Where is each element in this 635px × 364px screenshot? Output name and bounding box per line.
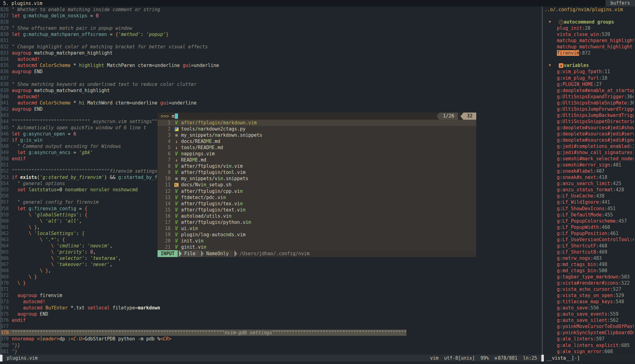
file-list-item[interactable]: 20Vinit.vim xyxy=(158,238,476,244)
file-list-item[interactable]: 7↓README.md xyxy=(158,157,476,163)
code-line[interactable]: 869 \ } xyxy=(0,274,542,280)
vista-tag-item[interactable]: g:deoplete#sources#jedi#server_timeout:3… xyxy=(543,131,634,137)
code-line[interactable]: 874 autocmd BufEnter *.txt setlocal file… xyxy=(0,305,542,311)
code-line[interactable]: 871 xyxy=(0,286,542,292)
code-line[interactable]: 836augroup END xyxy=(0,69,542,75)
vista-tag-item[interactable]: g:titlecase_map_keys:548 xyxy=(543,299,634,305)
vista-tag-item[interactable]: plug_init:20 xyxy=(543,25,634,31)
vista-tag-item[interactable]: g:Lf_PopupPosition:461 xyxy=(543,230,634,237)
code-line[interactable]: 832" Change highlight color of matching … xyxy=(0,44,542,50)
vista-tag-item[interactable]: g:Lf_PopupWidth:460 xyxy=(543,224,634,230)
code-line[interactable]: 879nnoremap <leader>dp :<C-U>GdbStartPDB… xyxy=(0,336,542,342)
vista-tag-item[interactable]: g:Lf_ShortcutB:469 xyxy=(543,249,634,255)
file-list-item[interactable]: 8Vafter/ftplugin/vim.vim xyxy=(158,163,476,169)
file-list-item[interactable]: 10≡my_snippets/vim.snippets xyxy=(158,175,476,182)
code-line[interactable]: 835 autocmd ColorScheme * highlight Matc… xyxy=(0,62,542,69)
code-line[interactable]: 875 augroup END xyxy=(0,311,542,317)
code-line[interactable]: 872 augroup firenvim xyxy=(0,292,542,299)
vista-tag-item[interactable]: g:deoplete#sources#jedi#ignore_errors:38… xyxy=(543,137,634,143)
file-list-item[interactable]: 16Vautoload/utils.vim xyxy=(158,213,476,219)
file-list-item[interactable]: 4↓docs/README.md xyxy=(158,138,476,144)
vista-tag-item[interactable]: g:yoinkSyncSystemClipboardOnFocus:580 xyxy=(543,330,634,336)
vista-tag-item[interactable]: g:Lf_UseVersionControlTool:464 xyxy=(543,237,634,243)
code-line[interactable]: 834 autocmd! xyxy=(0,56,542,62)
code-line[interactable]: 877 xyxy=(0,323,542,330)
vista-tag-item[interactable]: g:jedi#show_call_signatures:391 xyxy=(543,149,634,156)
vista-tag-item[interactable]: g:ale_linters:597 xyxy=(543,336,634,342)
vista-tag-item[interactable]: g:sneak#label:407 xyxy=(543,168,634,174)
vista-tag-item[interactable]: g:vista_echo_cursor:527 xyxy=(543,286,634,292)
vista-tag-item[interactable]: g:jedi#completions_enabled:387 xyxy=(543,143,634,149)
code-line[interactable]: 878"""""""""""""""""""""""""""""""""""""… xyxy=(0,330,542,336)
vista-tag-item[interactable]: g:tagbar_type_markdown:503 xyxy=(543,274,634,280)
code-line[interactable]: 870 \ } xyxy=(0,280,542,286)
leaderf-prompt-row[interactable]: >>> m 1/26 32 xyxy=(158,113,476,120)
vista-tag-item[interactable]: g:md_ctags_bin:498 xyxy=(543,261,634,268)
code-line[interactable]: 830let g:matchup_matchparen_offscreen = … xyxy=(0,31,542,38)
file-list-item[interactable]: 2tools/markdown2ctags.py xyxy=(158,126,476,132)
code-line[interactable]: 833augroup matchup_matchparen_highlight xyxy=(0,50,542,56)
code-line[interactable]: 837 xyxy=(0,75,542,81)
code-line[interactable]: 842augroup END xyxy=(0,106,542,112)
vista-tag-item[interactable]: g:auto_save_silent:562 xyxy=(543,317,634,323)
vista-tag-item[interactable]: matchup_matchword_highlight:839 xyxy=(543,44,634,50)
code-line[interactable]: 826" Whether to enable matching inside c… xyxy=(0,7,542,13)
file-list-item[interactable]: 1Vafter/ftplugin/markdown.vim xyxy=(158,120,476,126)
vista-tag-item[interactable]: g:vim_plug_furl:18 xyxy=(543,75,634,81)
command-line[interactable] xyxy=(0,362,635,364)
file-list-item[interactable]: 17Vafter/ftplugin/python.vim xyxy=(158,219,476,225)
code-line[interactable]: 829" Show offscreen match pair in popup … xyxy=(0,25,542,31)
code-line[interactable]: 828 xyxy=(0,19,542,25)
code-line[interactable]: 839augroup matchup_matchword_highlight xyxy=(0,87,542,94)
vista-tag-item[interactable]: g:semshi#error_sign:401 xyxy=(543,162,634,168)
vista-tag-item[interactable]: g:auto_save_events:559 xyxy=(543,311,634,317)
vista-tag-item[interactable]: g:Lf_DefaultMode:455 xyxy=(543,212,634,218)
vista-tag-item[interactable]: g:semshi#mark_selected_nodes:397 xyxy=(543,156,634,162)
code-line[interactable]: 838" Show matching keyword as underlined… xyxy=(0,81,542,87)
file-list-item[interactable]: 15Vafter/ftplugin/text.vim xyxy=(158,207,476,213)
vista-tag-item[interactable]: g:Lf_PopupColorscheme:457 xyxy=(543,218,634,224)
vista-tag-item[interactable]: g:deoplete#enable_at_startup:346 xyxy=(543,87,634,94)
code-line[interactable]: 876endif xyxy=(0,317,542,323)
vista-section-header[interactable]: ▼?autocommand groups xyxy=(543,19,634,25)
vista-tag-item[interactable]: g:auto_save:556 xyxy=(543,305,634,311)
chevron-down-icon[interactable]: ▼ xyxy=(549,19,553,25)
code-line[interactable]: 880"}} xyxy=(0,342,542,348)
vista-tag-item[interactable]: g:md_ctags_bin:500 xyxy=(543,268,634,274)
tab-plugins-vim[interactable]: 5. plugins.vim xyxy=(0,1,42,6)
file-list-item[interactable]: 18Vui.vim xyxy=(158,225,476,232)
vista-tag-item[interactable]: g:sneak#s_next:418 xyxy=(543,174,634,180)
tab-buffers-label[interactable]: buffers xyxy=(606,0,635,7)
vista-tag-item[interactable]: g:UltiSnipsJumpBackwardTrigger:370 xyxy=(543,112,634,118)
code-line[interactable]: 881"} xyxy=(0,348,542,355)
vista-tag-item[interactable]: g:deoplete#sources#jedi#show_docstring:3… xyxy=(543,125,634,131)
vista-tag-item[interactable]: g:Lf_ShowDevIcons:451 xyxy=(543,206,634,212)
search-query-input[interactable]: m xyxy=(169,113,175,119)
vista-tag-item[interactable]: g:netrw_nogx:483 xyxy=(543,255,634,261)
vista-tag-item[interactable]: g:PLUGIN_HOME:27 xyxy=(543,81,634,87)
file-list-item[interactable]: 6Vmappings.vim xyxy=(158,151,476,157)
code-line[interactable]: 831 xyxy=(0,38,542,44)
vista-tag-item[interactable]: g:vim_plug_fpath:11 xyxy=(543,69,634,75)
file-list-item[interactable]: 3≡my_snippets/markdown.snippets xyxy=(158,132,476,138)
vista-tag-item[interactable]: g:ale_linters_explicit:605 xyxy=(543,342,634,348)
code-line[interactable]: 827let g:matchup_delim_noskips = 0 xyxy=(0,13,542,19)
file-list-item[interactable]: 9Vafter/ftplugin/toml.vim xyxy=(158,169,476,175)
file-list-item[interactable]: 19Vplugin/log-autocmds.vim xyxy=(158,232,476,238)
vista-tag-item[interactable]: g:Lf_WildIgnore:441 xyxy=(543,199,634,205)
vista-tag-item[interactable]: g:Lf_UseCache:438 xyxy=(543,193,634,199)
vista-tag-item[interactable]: g:UltiSnipsJumpForwardTrigger:369 xyxy=(543,106,634,112)
file-list-item[interactable]: 11>_docs/Nvim_setup.sh xyxy=(158,182,476,188)
code-line[interactable]: 840 autocmd! xyxy=(0,94,542,100)
code-line[interactable]: 841 autocmd ColorScheme * hi MatchWord c… xyxy=(0,100,542,106)
file-list-item[interactable]: 12Vafter/ftplugin/cpp.vim xyxy=(158,188,476,194)
code-line[interactable]: 867 \ 'takeover': 'never', xyxy=(0,261,542,268)
vista-tag-item[interactable]: g:ale_sign_error:608 xyxy=(543,348,634,355)
chevron-down-icon[interactable]: ▼ xyxy=(549,62,553,69)
vista-tag-item[interactable]: g:Lf_ShortcutF:468 xyxy=(543,243,634,249)
file-list-item[interactable]: 21Vginit.vim xyxy=(158,244,476,250)
vista-tag-item[interactable]: g:UltiSnipsEnableSnipMate:365 xyxy=(543,100,634,106)
file-list-item[interactable]: 13Vftdetect/pdc.vim xyxy=(158,194,476,201)
vista-section-header[interactable]: ▼xvariables xyxy=(543,62,634,69)
code-line[interactable]: 868 \ }, xyxy=(0,268,542,274)
